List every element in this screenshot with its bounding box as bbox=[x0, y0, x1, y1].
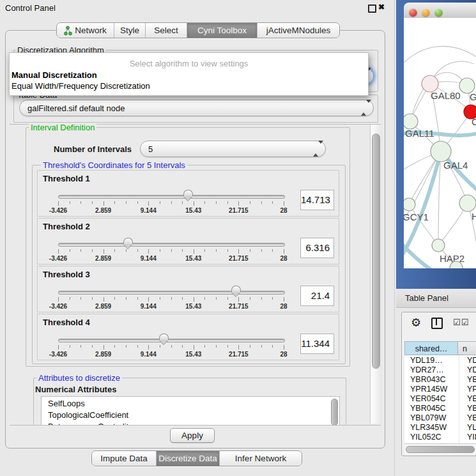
slider-tick bbox=[204, 297, 205, 300]
panel-divider bbox=[394, 0, 395, 476]
cell-shared-name: YIL052C bbox=[410, 433, 441, 441]
slider-tick bbox=[92, 201, 93, 204]
tab-impute-data[interactable]: Impute Data bbox=[92, 451, 157, 466]
threshold-slider-track[interactable] bbox=[58, 291, 285, 295]
threshold-slider-thumb[interactable] bbox=[123, 238, 133, 249]
table-body[interactable]: YDL19…YDL1YDR27…YDR2YBR043CYBR0YPR145WYP… bbox=[404, 355, 476, 443]
slider-tick bbox=[284, 249, 284, 254]
tab-infer-network[interactable]: Infer Network bbox=[220, 451, 302, 466]
cell-shared-name: YBL079W bbox=[410, 413, 446, 422]
settings-scrollbar-thumb[interactable] bbox=[372, 134, 380, 369]
slider-tick bbox=[272, 297, 273, 300]
slider-tick bbox=[58, 249, 59, 254]
algorithm-option[interactable]: Equal Width/Frequency Discretization bbox=[10, 81, 368, 91]
table-row[interactable]: YLR345WYLR3 bbox=[408, 423, 476, 433]
table-row[interactable]: YDL19…YDL1 bbox=[408, 356, 476, 365]
slider-tick-label: 15.43 bbox=[174, 351, 213, 358]
cell-name: YDL1 bbox=[467, 356, 476, 365]
attribute-list-item[interactable]: TopologicalCoefficient bbox=[42, 410, 339, 421]
table-row[interactable]: YBR043CYBR0 bbox=[408, 375, 476, 385]
slider-tick bbox=[182, 249, 183, 252]
table-data-combobox[interactable]: galFiltered.sif default node bbox=[19, 100, 374, 116]
slider-tick-label: 2.859 bbox=[84, 207, 123, 214]
slider-tick bbox=[104, 249, 104, 254]
threshold-slider-thumb[interactable] bbox=[159, 334, 169, 344]
network-window-titlebar[interactable] bbox=[404, 3, 476, 19]
slider-tick-label: 2.859 bbox=[84, 351, 123, 358]
table-header-shared-name[interactable]: shared… bbox=[404, 341, 458, 355]
threshold-value-field[interactable]: 21.4 bbox=[300, 286, 334, 306]
slider-tick bbox=[227, 201, 228, 204]
num-intervals-combobox[interactable]: 5 bbox=[140, 141, 326, 157]
table-hscrollbar-thumb[interactable] bbox=[406, 446, 475, 453]
network-edge[interactable] bbox=[404, 47, 476, 66]
float-window-icon[interactable] bbox=[368, 4, 376, 13]
table-row[interactable]: YBR045CYBR0 bbox=[408, 404, 476, 413]
tab-label: Select bbox=[154, 23, 178, 38]
table-row[interactable]: YER054CYER0 bbox=[408, 394, 476, 404]
network-node[interactable] bbox=[459, 195, 476, 211]
attribute-list-item[interactable]: SelfLoops bbox=[42, 398, 339, 410]
tab-style[interactable]: Style bbox=[114, 23, 146, 38]
threshold-value-field[interactable]: 11.344 bbox=[300, 334, 334, 354]
slider-tick bbox=[194, 297, 194, 302]
network-node[interactable] bbox=[431, 141, 451, 162]
slider-tick bbox=[92, 345, 93, 348]
slider-tick bbox=[194, 201, 194, 206]
tab-discretize-data[interactable]: Discretize Data bbox=[157, 451, 220, 466]
close-icon[interactable]: ✖ bbox=[378, 3, 385, 12]
table-header-name[interactable]: n bbox=[458, 341, 476, 355]
gear-icon[interactable]: ⚙ bbox=[411, 316, 421, 329]
slider-tick bbox=[250, 201, 250, 204]
table-row[interactable]: YDR27…YDR2 bbox=[408, 365, 476, 375]
table-hscrollbar[interactable] bbox=[404, 443, 476, 454]
thumb-point bbox=[123, 244, 132, 249]
threshold-slider-track[interactable] bbox=[58, 243, 285, 247]
split-table-icon[interactable] bbox=[431, 318, 443, 329]
slider-tick bbox=[182, 297, 183, 300]
tab-jactivemnodules[interactable]: jActiveMNodules bbox=[257, 23, 339, 38]
threshold-value-field[interactable]: 14.713 bbox=[300, 190, 334, 210]
threshold-value-field[interactable]: 6.316 bbox=[300, 238, 334, 258]
slider-tick-label: -3.426 bbox=[39, 207, 77, 214]
slider-tick bbox=[216, 345, 217, 348]
close-traffic-light-icon[interactable] bbox=[409, 8, 417, 17]
tab-select[interactable]: Select bbox=[146, 23, 187, 38]
attributes-list-scrollbar-thumb[interactable] bbox=[331, 399, 338, 426]
thumb-cap bbox=[123, 238, 133, 244]
attribute-list-item[interactable]: BetweennessCentrality bbox=[42, 421, 339, 426]
threshold-slider-track[interactable] bbox=[58, 195, 285, 199]
attributes-group-title: Attributes to discretize bbox=[36, 373, 122, 383]
network-node[interactable] bbox=[432, 239, 445, 252]
slider-tick bbox=[182, 345, 183, 348]
column-divider bbox=[459, 355, 459, 443]
network-node[interactable] bbox=[404, 198, 415, 211]
slider-tick bbox=[58, 297, 59, 302]
table-row[interactable]: YIL052CYIL0 bbox=[408, 433, 476, 442]
tab-network[interactable]: Network bbox=[57, 23, 114, 38]
network-canvas[interactable]: GAL80GCGAL11GAL4GCY1HHAP2 bbox=[404, 18, 476, 268]
table-row[interactable]: YPR145WYPR1 bbox=[408, 385, 476, 394]
zoom-traffic-light-icon[interactable] bbox=[434, 8, 443, 17]
cell-shared-name: YDR27… bbox=[410, 365, 444, 374]
threshold-slider-track[interactable] bbox=[58, 339, 285, 342]
threshold-slider-thumb[interactable] bbox=[231, 286, 241, 296]
network-node[interactable] bbox=[404, 114, 418, 129]
minimize-traffic-light-icon[interactable] bbox=[422, 8, 430, 17]
slider-tick bbox=[104, 345, 104, 349]
algorithm-popup-prompt: Select algorithm to view settings bbox=[10, 58, 368, 70]
table-data-combobox-value: galFiltered.sif default node bbox=[27, 104, 125, 113]
settings-scrollbar[interactable] bbox=[370, 125, 381, 424]
algorithm-option[interactable]: Manual Discretization bbox=[10, 70, 368, 81]
tab-cyni-toolbox[interactable]: Cyni Toolbox bbox=[187, 23, 257, 38]
thumb-cap bbox=[159, 334, 169, 340]
slider-tick-label: 28 bbox=[265, 303, 303, 310]
network-node-label: GAL4 bbox=[443, 160, 468, 171]
apply-button[interactable]: Apply bbox=[170, 428, 215, 443]
network-graph[interactable]: GAL80GCGAL11GAL4GCY1HHAP2 bbox=[404, 18, 476, 268]
numerical-attributes-list[interactable]: SelfLoopsTopologicalCoefficientBetweenne… bbox=[41, 396, 340, 426]
thumb-point bbox=[231, 292, 240, 296]
table-row[interactable]: YBL079WYBL0 bbox=[408, 413, 476, 423]
select-columns-icon[interactable]: ☑☑ bbox=[453, 318, 469, 327]
threshold-slider-thumb[interactable] bbox=[183, 190, 193, 201]
